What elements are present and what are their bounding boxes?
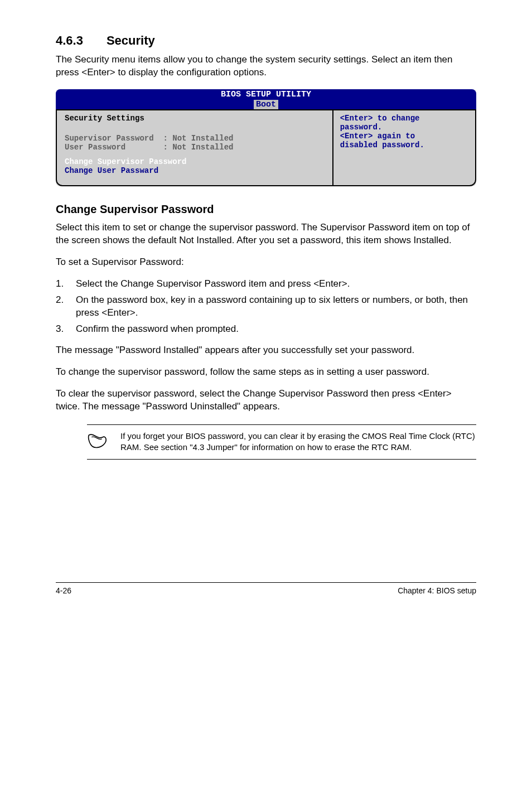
bios-action-change-supervisor: Change Supervisor Password — [65, 157, 325, 166]
list-item: 2. On the password box, key in a passwor… — [56, 294, 476, 320]
section-heading: 4.6.3 Security — [56, 33, 476, 48]
list-text: Confirm the password when prompted. — [76, 323, 476, 336]
paragraph: To set a Supervisor Password: — [56, 256, 476, 269]
subsection-heading: Change Supervisor Password — [56, 203, 476, 216]
list-item: 1. Select the Change Supervisor Password… — [56, 278, 476, 291]
bios-screenshot: BIOS SETUP UTILITY Boot Security Setting… — [56, 89, 476, 186]
bios-tab: Boot — [254, 100, 278, 109]
bios-help-line: <Enter> to change — [340, 114, 468, 123]
note-box: If you forget your BIOS password, you ca… — [87, 424, 476, 460]
paragraph: The message "Password Installed" appears… — [56, 344, 476, 357]
bios-header: BIOS SETUP UTILITY Boot — [56, 89, 476, 109]
list-number: 3. — [56, 323, 76, 336]
bios-left-panel: Security Settings Supervisor Password : … — [56, 109, 333, 186]
list-text: Select the Change Supervisor Password it… — [76, 278, 476, 291]
paragraph: Select this item to set or change the su… — [56, 221, 476, 247]
list-number: 1. — [56, 278, 76, 291]
paragraph: To clear the supervisor password, select… — [56, 388, 476, 413]
page-footer: 4-26 Chapter 4: BIOS setup — [56, 582, 476, 595]
bios-right-panel: <Enter> to change password. <Enter> agai… — [333, 109, 476, 186]
footer-chapter: Chapter 4: BIOS setup — [398, 586, 476, 595]
paragraph: To change the supervisor password, follo… — [56, 366, 476, 379]
note-text: If you forget your BIOS password, you ca… — [120, 431, 476, 453]
footer-page-number: 4-26 — [56, 586, 71, 595]
list-text: On the password box, key in a password c… — [76, 294, 476, 320]
bios-help-line: <Enter> again to — [340, 132, 468, 141]
bios-row-supervisor: Supervisor Password : Not Installed — [65, 134, 325, 143]
bios-settings-heading: Security Settings — [65, 114, 325, 123]
bios-help-line: password. — [340, 123, 468, 132]
section-title: Security — [107, 33, 155, 48]
list-number: 2. — [56, 294, 76, 320]
ordered-list: 1. Select the Change Supervisor Password… — [56, 278, 476, 336]
bios-row-user: User Password : Not Installed — [65, 143, 325, 152]
section-number: 4.6.3 — [56, 33, 83, 48]
list-item: 3. Confirm the password when prompted. — [56, 323, 476, 336]
bios-help-line: disabled password. — [340, 141, 468, 149]
note-icon — [87, 431, 120, 453]
bios-title: BIOS SETUP UTILITY — [221, 90, 311, 99]
intro-paragraph: The Security menu items allow you to cha… — [56, 54, 476, 79]
bios-action-change-user: Change User Passward — [65, 166, 325, 175]
